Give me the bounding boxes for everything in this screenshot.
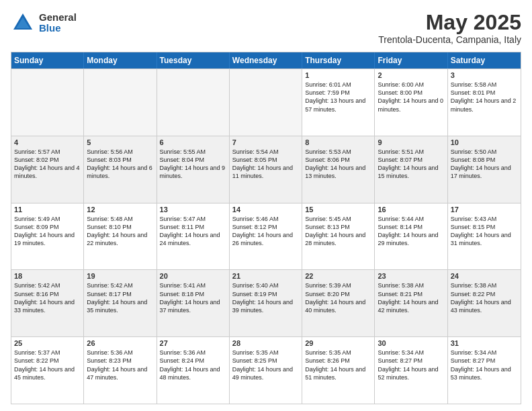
day-cell-22: 22Sunrise: 5:39 AM Sunset: 8:20 PM Dayli…	[302, 270, 375, 336]
calendar: SundayMondayTuesdayWednesdayThursdayFrid…	[11, 52, 521, 404]
day-number: 6	[160, 138, 226, 146]
logo-text: General Blue	[39, 12, 77, 34]
day-cell-29: 29Sunrise: 5:35 AM Sunset: 8:26 PM Dayli…	[302, 337, 375, 404]
day-info: Sunrise: 5:38 AM Sunset: 8:21 PM Dayligh…	[378, 281, 444, 314]
day-cell-15: 15Sunrise: 5:45 AM Sunset: 8:13 PM Dayli…	[302, 203, 375, 270]
day-number: 16	[378, 205, 444, 214]
day-number: 31	[451, 339, 518, 347]
day-number: 18	[14, 272, 81, 280]
day-info: Sunrise: 5:45 AM Sunset: 8:13 PM Dayligh…	[305, 215, 371, 248]
header-day-wednesday: Wednesday	[230, 52, 302, 68]
day-cell-5: 5Sunrise: 5:56 AM Sunset: 8:03 PM Daylig…	[84, 136, 157, 203]
header: General Blue May 2025 Trentola-Ducenta, …	[11, 11, 521, 45]
day-info: Sunrise: 5:36 AM Sunset: 8:23 PM Dayligh…	[87, 349, 153, 381]
day-cell-9: 9Sunrise: 5:51 AM Sunset: 8:07 PM Daylig…	[375, 136, 447, 203]
day-cell-20: 20Sunrise: 5:41 AM Sunset: 8:18 PM Dayli…	[157, 270, 230, 336]
day-number: 28	[232, 339, 299, 347]
day-number: 21	[232, 272, 299, 280]
day-info: Sunrise: 5:58 AM Sunset: 8:01 PM Dayligh…	[451, 81, 518, 113]
day-cell-23: 23Sunrise: 5:38 AM Sunset: 8:21 PM Dayli…	[375, 270, 447, 336]
header-day-saturday: Saturday	[448, 52, 521, 68]
header-day-monday: Monday	[84, 52, 157, 68]
day-info: Sunrise: 6:01 AM Sunset: 7:59 PM Dayligh…	[305, 81, 371, 113]
day-info: Sunrise: 5:36 AM Sunset: 8:24 PM Dayligh…	[160, 349, 226, 381]
day-cell-30: 30Sunrise: 5:34 AM Sunset: 8:27 PM Dayli…	[375, 337, 447, 404]
day-number: 2	[378, 71, 444, 79]
day-info: Sunrise: 5:46 AM Sunset: 8:12 PM Dayligh…	[232, 215, 299, 248]
day-number: 15	[305, 205, 371, 214]
logo-blue: Blue	[39, 23, 77, 34]
empty-cell	[84, 69, 157, 136]
day-number: 12	[87, 205, 153, 214]
day-info: Sunrise: 5:38 AM Sunset: 8:22 PM Dayligh…	[451, 281, 518, 314]
page: General Blue May 2025 Trentola-Ducenta, …	[0, 0, 532, 411]
day-info: Sunrise: 5:44 AM Sunset: 8:14 PM Dayligh…	[378, 215, 444, 248]
day-cell-14: 14Sunrise: 5:46 AM Sunset: 8:12 PM Dayli…	[230, 203, 302, 270]
day-cell-21: 21Sunrise: 5:40 AM Sunset: 8:19 PM Dayli…	[230, 270, 302, 336]
day-cell-16: 16Sunrise: 5:44 AM Sunset: 8:14 PM Dayli…	[375, 203, 447, 270]
day-cell-10: 10Sunrise: 5:50 AM Sunset: 8:08 PM Dayli…	[448, 136, 521, 203]
day-info: Sunrise: 5:35 AM Sunset: 8:25 PM Dayligh…	[232, 349, 299, 381]
day-info: Sunrise: 5:56 AM Sunset: 8:03 PM Dayligh…	[87, 148, 153, 181]
day-info: Sunrise: 5:47 AM Sunset: 8:11 PM Dayligh…	[160, 215, 226, 248]
day-number: 24	[451, 272, 518, 280]
day-number: 13	[160, 205, 226, 214]
day-number: 5	[87, 138, 153, 146]
day-info: Sunrise: 5:40 AM Sunset: 8:19 PM Dayligh…	[232, 281, 299, 314]
calendar-row-4: 25Sunrise: 5:37 AM Sunset: 8:22 PM Dayli…	[11, 336, 521, 404]
day-info: Sunrise: 5:35 AM Sunset: 8:26 PM Dayligh…	[305, 349, 371, 381]
day-info: Sunrise: 5:43 AM Sunset: 8:15 PM Dayligh…	[451, 215, 518, 248]
day-cell-18: 18Sunrise: 5:42 AM Sunset: 8:16 PM Dayli…	[11, 270, 84, 336]
calendar-row-3: 18Sunrise: 5:42 AM Sunset: 8:16 PM Dayli…	[11, 269, 521, 336]
day-number: 3	[451, 71, 518, 79]
empty-cell	[157, 69, 230, 136]
header-day-friday: Friday	[375, 52, 447, 68]
day-info: Sunrise: 5:50 AM Sunset: 8:08 PM Dayligh…	[451, 148, 518, 181]
day-cell-25: 25Sunrise: 5:37 AM Sunset: 8:22 PM Dayli…	[11, 337, 84, 404]
day-number: 8	[305, 138, 371, 146]
day-info: Sunrise: 5:39 AM Sunset: 8:20 PM Dayligh…	[305, 281, 371, 314]
day-cell-31: 31Sunrise: 5:34 AM Sunset: 8:27 PM Dayli…	[448, 337, 521, 404]
day-number: 1	[305, 71, 371, 79]
header-day-sunday: Sunday	[11, 52, 84, 68]
day-info: Sunrise: 5:34 AM Sunset: 8:27 PM Dayligh…	[451, 349, 518, 381]
day-number: 27	[160, 339, 226, 347]
day-info: Sunrise: 5:42 AM Sunset: 8:16 PM Dayligh…	[14, 281, 81, 314]
day-info: Sunrise: 5:53 AM Sunset: 8:06 PM Dayligh…	[305, 148, 371, 181]
day-number: 22	[305, 272, 371, 280]
day-cell-8: 8Sunrise: 5:53 AM Sunset: 8:06 PM Daylig…	[302, 136, 375, 203]
day-info: Sunrise: 5:41 AM Sunset: 8:18 PM Dayligh…	[160, 281, 226, 314]
day-info: Sunrise: 5:51 AM Sunset: 8:07 PM Dayligh…	[378, 148, 444, 181]
day-info: Sunrise: 5:54 AM Sunset: 8:05 PM Dayligh…	[232, 148, 299, 181]
day-cell-7: 7Sunrise: 5:54 AM Sunset: 8:05 PM Daylig…	[230, 136, 302, 203]
day-number: 29	[305, 339, 371, 347]
logo: General Blue	[11, 11, 77, 35]
month-title: May 2025	[378, 11, 521, 34]
day-cell-12: 12Sunrise: 5:48 AM Sunset: 8:10 PM Dayli…	[84, 203, 157, 270]
day-cell-4: 4Sunrise: 5:57 AM Sunset: 8:02 PM Daylig…	[11, 136, 84, 203]
calendar-body: 1Sunrise: 6:01 AM Sunset: 7:59 PM Daylig…	[11, 68, 521, 404]
day-cell-3: 3Sunrise: 5:58 AM Sunset: 8:01 PM Daylig…	[448, 69, 521, 136]
day-info: Sunrise: 5:57 AM Sunset: 8:02 PM Dayligh…	[14, 148, 81, 181]
day-number: 25	[14, 339, 81, 347]
day-info: Sunrise: 5:48 AM Sunset: 8:10 PM Dayligh…	[87, 215, 153, 248]
day-cell-24: 24Sunrise: 5:38 AM Sunset: 8:22 PM Dayli…	[448, 270, 521, 336]
empty-cell	[230, 69, 302, 136]
day-cell-2: 2Sunrise: 6:00 AM Sunset: 8:00 PM Daylig…	[375, 69, 447, 136]
day-number: 7	[232, 138, 299, 146]
logo-icon	[11, 11, 35, 35]
day-number: 4	[14, 138, 81, 146]
day-number: 11	[14, 205, 81, 214]
day-cell-6: 6Sunrise: 5:55 AM Sunset: 8:04 PM Daylig…	[157, 136, 230, 203]
day-number: 26	[87, 339, 153, 347]
header-day-thursday: Thursday	[302, 52, 375, 68]
day-info: Sunrise: 5:49 AM Sunset: 8:09 PM Dayligh…	[14, 215, 81, 248]
day-cell-26: 26Sunrise: 5:36 AM Sunset: 8:23 PM Dayli…	[84, 337, 157, 404]
day-info: Sunrise: 5:37 AM Sunset: 8:22 PM Dayligh…	[14, 349, 81, 381]
title-block: May 2025 Trentola-Ducenta, Campania, Ita…	[378, 11, 521, 45]
location: Trentola-Ducenta, Campania, Italy	[378, 34, 521, 45]
day-number: 14	[232, 205, 299, 214]
day-number: 30	[378, 339, 444, 347]
calendar-header: SundayMondayTuesdayWednesdayThursdayFrid…	[11, 52, 521, 68]
day-number: 20	[160, 272, 226, 280]
